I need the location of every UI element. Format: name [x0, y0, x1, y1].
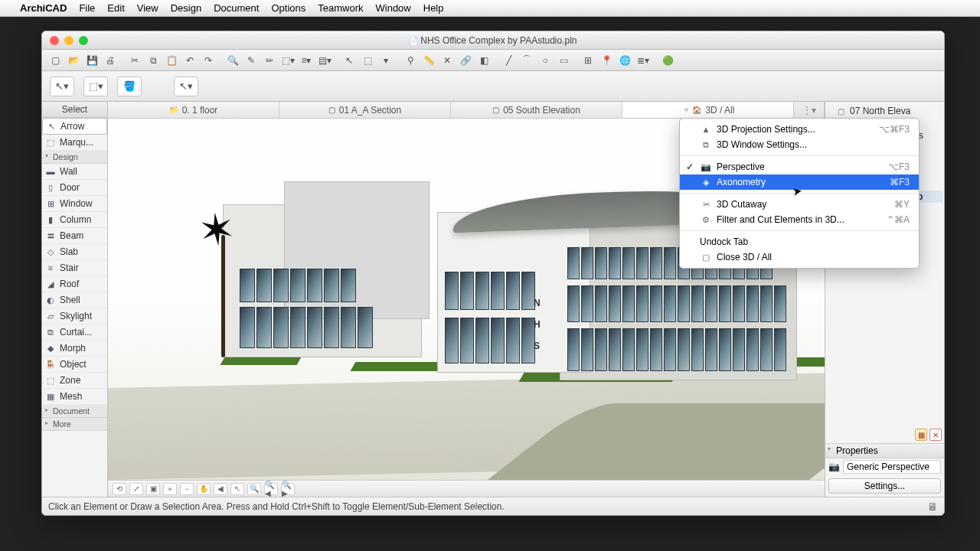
dropdown2-icon[interactable]: ≡▾ — [298, 53, 315, 68]
arrow-mode-button[interactable]: ↖▾ — [174, 77, 198, 96]
zoom-in-icon[interactable]: ＋ — [163, 483, 177, 495]
tool-marquee[interactable]: ⬚Marqu... — [42, 135, 107, 151]
window-minimize-button[interactable] — [64, 36, 74, 45]
tool-mesh[interactable]: ▦Mesh — [42, 389, 107, 405]
globe-icon[interactable]: 🌐 — [616, 53, 633, 68]
highlighter-icon[interactable]: ✏ — [261, 53, 278, 68]
tool-window[interactable]: ⊞Window — [42, 196, 107, 212]
pencil-icon[interactable]: ✎ — [243, 53, 260, 68]
x-icon[interactable]: ✕ — [439, 53, 456, 68]
toolbox-header-document[interactable]: Document — [42, 405, 107, 418]
tab-overflow-button[interactable]: ⋮▾ — [794, 102, 825, 118]
tool-roof[interactable]: ◢Roof — [42, 276, 107, 292]
window-zoom-button[interactable] — [79, 36, 88, 45]
selection-mode-button[interactable]: ↖▾ — [50, 77, 74, 96]
dropdown4-icon[interactable]: ▾ — [377, 53, 394, 68]
tab-floor[interactable]: 📁0. 1 floor — [108, 102, 279, 118]
tool-morph[interactable]: ◆Morph — [42, 341, 107, 357]
refresh-icon[interactable]: 🟢 — [659, 53, 676, 68]
menu-edit[interactable]: Edit — [107, 2, 124, 14]
dropdown1-icon[interactable]: ⬚▾ — [279, 53, 296, 68]
rect-icon[interactable]: ▭ — [555, 53, 572, 68]
paint-bucket-button[interactable]: 🪣 — [117, 77, 142, 96]
menu-document[interactable]: Document — [214, 2, 259, 14]
nav-item[interactable]: ▢07 North Eleva — [827, 105, 942, 117]
new-doc-icon[interactable]: ▢ — [47, 53, 64, 68]
zoom-icon[interactable]: 🔍 — [224, 53, 241, 68]
pin-icon[interactable]: 📍 — [598, 53, 615, 68]
panel-close-button[interactable]: ✕ — [929, 429, 942, 441]
zoom-out-icon[interactable]: － — [180, 483, 194, 495]
zoom-next-icon[interactable]: 🔍▶ — [281, 483, 295, 495]
tool-object[interactable]: 🪑Object — [42, 357, 107, 373]
cursor-icon[interactable]: ↖ — [341, 53, 358, 68]
menu-help[interactable]: Help — [423, 2, 444, 14]
fit-icon[interactable]: ⤢ — [129, 483, 143, 495]
dropdown3-icon[interactable]: ▤▾ — [316, 53, 333, 68]
link-icon[interactable]: 🔗 — [457, 53, 474, 68]
tab-3d[interactable]: ×🏠3D / All — [622, 102, 794, 118]
toolbox-header-design[interactable]: Design — [42, 151, 107, 164]
zoom-window-icon[interactable]: ▣ — [146, 483, 160, 495]
menu-axonometry[interactable]: ◈Axonometry⌘F3 — [680, 174, 919, 190]
panel-button[interactable]: ▦ — [915, 429, 927, 441]
tool-shell[interactable]: ◐Shell — [42, 292, 107, 308]
prev-view-icon[interactable]: ◀ — [214, 483, 227, 495]
undo-icon[interactable]: ↶ — [181, 53, 198, 68]
menu-view[interactable]: View — [137, 2, 158, 14]
pan-icon[interactable]: ✋ — [197, 483, 211, 495]
toolbox-header-more[interactable]: More — [42, 418, 107, 431]
ruler-icon[interactable]: 📏 — [420, 53, 437, 68]
menu-filter-cut[interactable]: ⚙Filter and Cut Elements in 3D...⌃⌘A — [680, 212, 919, 227]
tool-door[interactable]: ▯Door — [42, 180, 107, 196]
tab-close-icon[interactable]: × — [684, 106, 689, 114]
tab-elevation[interactable]: ▢05 South Elevation — [451, 102, 622, 118]
menu-design[interactable]: Design — [171, 2, 201, 14]
tool-stair[interactable]: ≡Stair — [42, 260, 107, 276]
menu-file[interactable]: File — [79, 2, 95, 14]
circle-icon[interactable]: ○ — [537, 53, 554, 68]
layers-icon[interactable]: ≣▾ — [635, 53, 652, 68]
redo-icon[interactable]: ↷ — [200, 53, 217, 68]
tool-wall[interactable]: ▬Wall — [42, 164, 107, 180]
menu-undock-tab[interactable]: Undock Tab — [680, 234, 919, 249]
orbit-icon[interactable]: ⟲ — [113, 483, 126, 495]
menu-3d-window-settings[interactable]: ⧉3D Window Settings... — [680, 137, 919, 152]
cut-icon[interactable]: ✂ — [126, 53, 143, 68]
misc1-icon[interactable]: ◧ — [475, 53, 492, 68]
tool-zone[interactable]: ⬚Zone — [42, 373, 107, 389]
grid-icon[interactable]: ⊞ — [580, 53, 596, 68]
status-right-icon[interactable]: 🖥 — [927, 500, 938, 513]
menu-window[interactable]: Window — [376, 2, 411, 14]
property-value[interactable]: Generic Perspective — [843, 460, 941, 474]
select-icon[interactable]: ⬚ — [359, 53, 376, 68]
marquee-mode-button[interactable]: ⬚▾ — [83, 77, 108, 96]
paste-icon[interactable]: 📋 — [163, 53, 180, 68]
app-name[interactable]: ArchiCAD — [20, 2, 67, 14]
tool-beam[interactable]: 〓Beam — [42, 228, 107, 244]
save-icon[interactable]: 💾 — [83, 53, 100, 68]
tool-skylight[interactable]: ▱Skylight — [42, 308, 107, 324]
tool-curtain[interactable]: ⧉Curtai... — [42, 324, 107, 341]
tool-arrow[interactable]: ↖Arrow — [42, 118, 107, 135]
zoom-100-icon[interactable]: 🔍 — [247, 483, 261, 495]
line-icon[interactable]: ╱ — [500, 53, 517, 68]
arc-icon[interactable]: ⌒ — [518, 53, 535, 68]
menu-close-3d[interactable]: ▢Close 3D / All — [680, 249, 919, 265]
print-icon[interactable]: 🖨 — [102, 53, 119, 68]
menu-3d-cutaway[interactable]: ✂3D Cutaway⌘Y — [680, 197, 919, 212]
magnet-icon[interactable]: ⚲ — [402, 53, 419, 68]
pointer-view-icon[interactable]: ↖ — [230, 483, 244, 495]
open-icon[interactable]: 📂 — [65, 53, 82, 68]
tool-slab[interactable]: ◇Slab — [42, 244, 107, 260]
tool-column[interactable]: ▮Column — [42, 212, 107, 228]
menu-options[interactable]: Options — [271, 2, 305, 14]
properties-header[interactable]: Properties — [825, 443, 944, 458]
zoom-prev-icon[interactable]: 🔍◀ — [264, 483, 278, 495]
settings-button[interactable]: Settings... — [828, 478, 941, 494]
tab-section[interactable]: ▢01 A_A Section — [279, 102, 451, 118]
menu-3d-projection-settings[interactable]: ▲3D Projection Settings...⌥⌘F3 — [680, 122, 919, 137]
menu-teamwork[interactable]: Teamwork — [318, 2, 363, 14]
menu-perspective[interactable]: ✓📷Perspective⌥F3 — [680, 159, 919, 174]
copy-icon[interactable]: ⧉ — [145, 53, 162, 68]
